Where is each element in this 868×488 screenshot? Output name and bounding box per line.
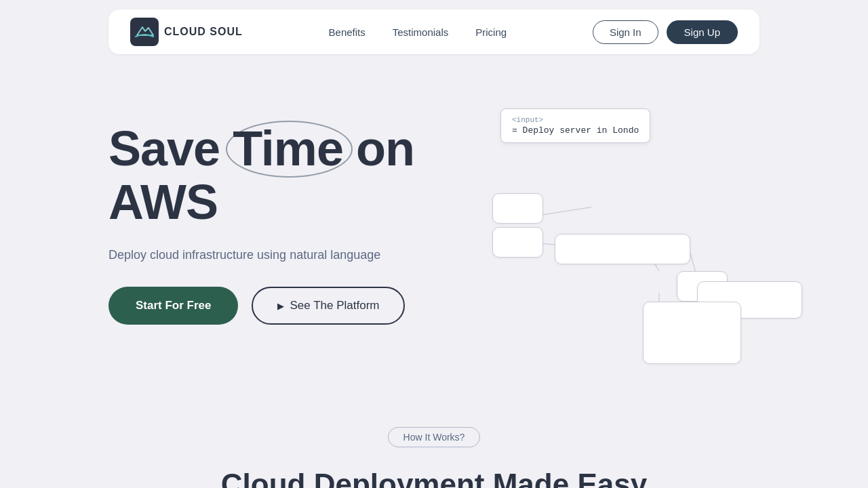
diagram-node-3 [555,234,690,264]
diagram-input-label: <input> [512,116,639,124]
nav-link-benefits[interactable]: Benefits [329,26,366,38]
hero-text: Save Time on AWS Deploy cloud infrastruc… [108,95,467,325]
diagram-node-1 [492,193,543,224]
title-before: Save [108,121,220,176]
hero-section: Save Time on AWS Deploy cloud infrastruc… [108,95,760,393]
how-it-works-badge[interactable]: How It Works? [388,427,481,447]
how-it-works-section: How It Works? Cloud Deployment Made Easy [0,427,868,488]
logo-text: CLOUD SOUL [164,26,243,38]
hero-subtitle: Deploy cloud infrastructure using natura… [108,248,467,262]
navbar: CLOUD SOUL Benefits Testimonials Pricing… [108,9,760,54]
platform-label: See The Platform [290,299,379,312]
hero-diagram: <input> = Deploy server in Londo [467,95,760,393]
section-title: Cloud Deployment Made Easy [221,468,647,488]
logo-icon [130,18,159,46]
svg-line-1 [536,207,591,216]
diagram-node-2 [492,227,543,258]
diagram-node-6 [643,302,741,364]
nav-links: Benefits Testimonials Pricing [329,26,507,38]
nav-actions: Sign In Sign Up [593,20,738,44]
start-for-free-button[interactable]: Start For Free [108,287,238,325]
nav-link-pricing[interactable]: Pricing [475,26,507,38]
title-highlight: Time [233,122,343,176]
see-platform-button[interactable]: ▶ See The Platform [252,287,405,325]
logo: CLOUD SOUL [130,18,243,46]
nav-link-testimonials[interactable]: Testimonials [393,26,449,38]
diagram-input-value: = Deploy server in Londo [512,125,639,136]
signin-button[interactable]: Sign In [593,20,658,44]
hero-buttons: Start For Free ▶ See The Platform [108,287,467,325]
diagram-input-box: <input> = Deploy server in Londo [500,108,650,143]
svg-rect-0 [130,18,159,46]
play-icon: ▶ [277,301,284,311]
signup-button[interactable]: Sign Up [667,20,738,44]
hero-title: Save Time on AWS [108,122,467,229]
